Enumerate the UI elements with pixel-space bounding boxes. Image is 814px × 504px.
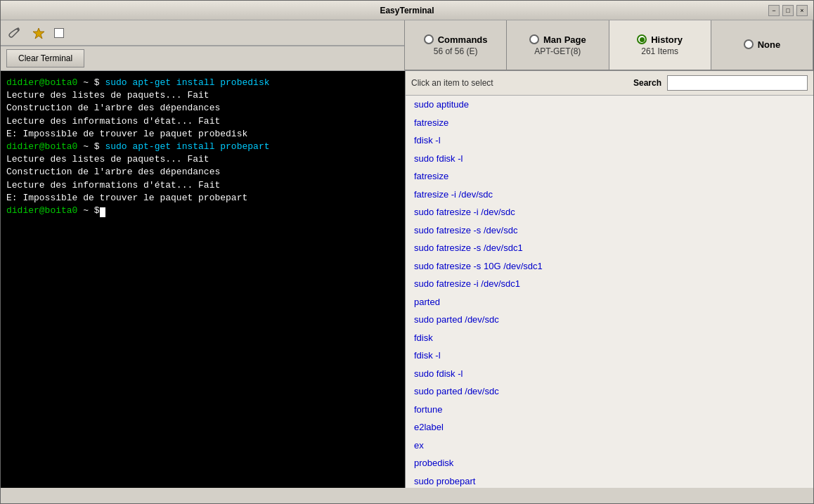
tab-history-label: History	[651, 34, 683, 45]
list-item[interactable]: sudo aptitude	[406, 96, 813, 114]
tab-manpage[interactable]: Man Page APT-GET(8)	[507, 20, 609, 70]
list-item[interactable]: fatresize -i /dev/sdc	[406, 186, 813, 204]
tab-history[interactable]: History 261 Items	[609, 20, 711, 70]
tab-none[interactable]: None	[711, 20, 813, 70]
terminal-line: Lecture des listes de paquets... Fait	[6, 89, 399, 102]
list-item[interactable]: sudo fdisk -l	[406, 365, 813, 383]
list-item[interactable]: sudo parted /dev/sdc	[406, 311, 813, 329]
main-content: didier@boita0 ~ $ sudo apt-get install p…	[1, 71, 813, 488]
list-item[interactable]: fdisk	[406, 329, 813, 347]
list-item[interactable]: sudo fatresize -s /dev/sdc1	[406, 239, 813, 257]
titlebar: EasyTerminal − □ ×	[1, 1, 813, 20]
terminal-command: sudo apt-get install probedisk	[100, 77, 270, 88]
list-item[interactable]: sudo fdisk -l	[406, 150, 813, 168]
terminal-line: Construction de l'arbre des dépendances	[6, 102, 399, 115]
search-input[interactable]	[667, 75, 808, 91]
top-section: Clear Terminal Commands 56 of 56 (E)	[1, 20, 813, 71]
list-item[interactable]: sudo fatresize -s /dev/sdc	[406, 221, 813, 240]
right-panel: Click an item to select Search sudo apti…	[405, 71, 813, 488]
terminal-command: sudo apt-get install probepart	[100, 141, 270, 152]
close-button[interactable]: ×	[796, 5, 808, 16]
list-item[interactable]: sudo parted /dev/sdc	[406, 382, 813, 401]
terminal-cursor	[100, 207, 105, 217]
list-item[interactable]: sudo probepart	[406, 472, 813, 489]
terminal-prompt: didier@boita0	[6, 205, 77, 216]
window-controls: − □ ×	[768, 5, 808, 16]
radio-none[interactable]	[744, 39, 754, 49]
clear-terminal-button[interactable]: Clear Terminal	[6, 49, 84, 67]
list-item[interactable]: ex	[406, 437, 813, 455]
terminal-line: Lecture des listes de paquets... Fait	[6, 153, 399, 166]
search-label: Search	[633, 78, 661, 88]
tab-commands-label: Commands	[438, 34, 488, 45]
left-toolbar	[1, 20, 404, 46]
terminal-line: Lecture des informations d'état... Fait	[6, 115, 399, 128]
terminal-line: E: Impossible de trouver le paquet probe…	[6, 128, 399, 141]
search-bar: Click an item to select Search	[406, 71, 813, 96]
click-hint-text: Click an item to select	[411, 78, 628, 88]
list-item[interactable]: fdisk -l	[406, 131, 813, 150]
terminal-line: E: Impossible de trouver le paquet probe…	[6, 192, 399, 205]
radio-manpage[interactable]	[529, 34, 539, 44]
app-window: EasyTerminal − □ ×	[0, 0, 814, 504]
terminal-symbol: ~ $	[77, 77, 99, 88]
list-item[interactable]: fortune	[406, 401, 813, 419]
terminal-line: didier@boita0 ~ $	[6, 205, 399, 217]
terminal[interactable]: didier@boita0 ~ $ sudo apt-get install p…	[1, 71, 405, 488]
tab-history-sublabel: 261 Items	[641, 46, 678, 56]
maximize-button[interactable]: □	[782, 5, 794, 16]
terminal-prompt: didier@boita0	[6, 77, 77, 88]
radio-history[interactable]	[637, 34, 647, 44]
window-title: EasyTerminal	[380, 6, 434, 15]
terminal-line: didier@boita0 ~ $ sudo apt-get install p…	[6, 141, 399, 153]
terminal-symbol: ~ $	[77, 205, 99, 216]
tab-commands[interactable]: Commands 56 of 56 (E)	[405, 20, 507, 70]
command-list[interactable]: sudo aptitudefatresizefdisk -lsudo fdisk…	[406, 96, 813, 488]
terminal-prompt: didier@boita0	[6, 141, 77, 152]
left-top: Clear Terminal	[1, 20, 405, 71]
list-item[interactable]: e2label	[406, 418, 813, 437]
list-item[interactable]: probedisk	[406, 454, 813, 472]
tabbar: Commands 56 of 56 (E) Man Page APT-GET(8…	[405, 20, 813, 71]
terminal-line: didier@boita0 ~ $ sudo apt-get install p…	[6, 77, 399, 89]
terminal-line: Lecture des informations d'état... Fait	[6, 179, 399, 192]
terminal-symbol: ~ $	[77, 141, 99, 152]
list-item[interactable]: parted	[406, 293, 813, 311]
list-item[interactable]: fatresize	[406, 167, 813, 186]
list-item[interactable]: fdisk -l	[406, 347, 813, 365]
terminal-line: Construction de l'arbre des dépendances	[6, 166, 399, 179]
bookmark-icon[interactable]	[30, 25, 47, 41]
tab-commands-sublabel: 56 of 56 (E)	[434, 46, 478, 56]
list-item[interactable]: sudo fatresize -i /dev/sdc	[406, 203, 813, 221]
list-item[interactable]: sudo fatresize -i /dev/sdc1	[406, 275, 813, 293]
wrench-icon[interactable]	[6, 25, 23, 41]
tab-manpage-sublabel: APT-GET(8)	[534, 46, 581, 56]
checkbox-icon[interactable]	[54, 28, 64, 38]
list-item[interactable]: sudo fatresize -s 10G /dev/sdc1	[406, 257, 813, 276]
list-item[interactable]: fatresize	[406, 114, 813, 132]
tab-none-label: None	[758, 39, 781, 50]
radio-commands[interactable]	[424, 34, 434, 44]
minimize-button[interactable]: −	[768, 5, 780, 16]
svg-marker-1	[33, 28, 44, 39]
tab-manpage-label: Man Page	[543, 34, 586, 45]
